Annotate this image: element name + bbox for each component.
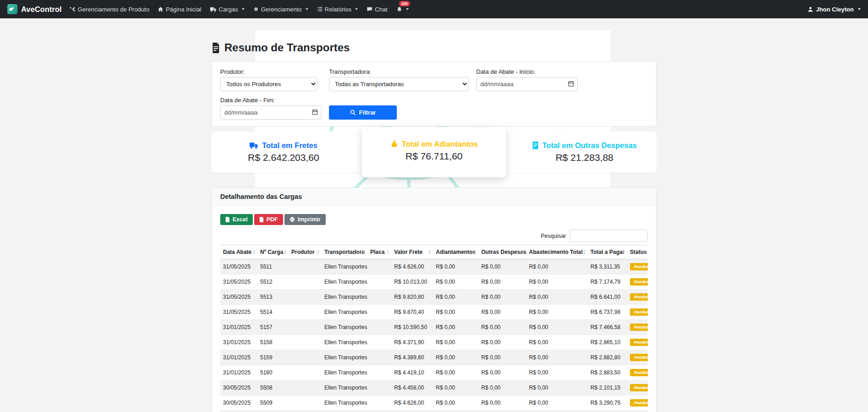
cell-placa — [367, 320, 391, 335]
printer-icon — [289, 217, 295, 222]
cell-abastecimento-total: R$ 0,00 — [526, 396, 588, 411]
cell-adiantamentos: R$ 0,00 — [433, 411, 479, 412]
summary-value: R$ 21.283,88 — [512, 152, 657, 163]
cell-abastecimento-total: R$ 0,00 — [526, 290, 588, 305]
data-inicio-input[interactable] — [476, 77, 578, 91]
user-menu[interactable]: Jhon Cleyton — [807, 6, 861, 13]
details-panel: Detalhamento das Cargas Excel PDF Imprim… — [211, 187, 657, 412]
cell-valor-frete: R$ 9.820,80 — [391, 290, 433, 305]
cell-n-carga: 5514 — [257, 305, 289, 320]
column-header[interactable]: Produtor▲▼ — [289, 245, 322, 259]
cell-n-carga: 5512 — [257, 275, 289, 290]
summary-card-adiantamentos: Total em Adiantantos R$ 76.711,60 — [362, 127, 506, 177]
cell-adiantamentos: R$ 0,00 — [433, 365, 479, 380]
cell-adiantamentos: R$ 0,00 — [433, 305, 479, 320]
column-header[interactable]: Status▲▼ — [627, 245, 648, 259]
nav-label: Gerenciamento de Produto — [78, 6, 149, 13]
status-badge: Pendente — [630, 324, 648, 331]
nav-cargas[interactable]: Cargas — [210, 0, 245, 18]
cell-total-a-pagar: R$ 7.174,79 — [588, 275, 627, 290]
receipt-icon — [532, 142, 539, 150]
table-body: 31/05/2025 5511 Ellen Transportes R$ 4.6… — [220, 259, 648, 412]
tools-icon — [70, 6, 75, 12]
cell-status: Pendente — [627, 335, 648, 350]
cell-produtor — [289, 411, 322, 412]
truck-icon — [210, 7, 217, 12]
cell-placa — [367, 396, 391, 411]
section-title: Detalhamento das Cargas — [212, 188, 656, 206]
chat-icon — [367, 6, 373, 12]
imprimir-button[interactable]: Imprimir — [284, 214, 326, 225]
cell-placa — [367, 350, 391, 365]
cell-n-carga: 5157 — [257, 320, 289, 335]
column-header[interactable]: Valor Frete▲▼ — [391, 245, 433, 259]
status-badge: Pendente — [630, 308, 648, 316]
truck-icon — [250, 142, 258, 149]
sort-icon: ▲▼ — [583, 249, 586, 255]
transportadora-select[interactable]: Todas as Transportadoras — [329, 77, 469, 91]
column-header[interactable]: Data Abate▲▼ — [220, 245, 257, 259]
sort-icon: ▲▼ — [252, 249, 256, 255]
cell-total-a-pagar: R$ 7.466,58 — [588, 320, 627, 335]
cell-valor-frete: R$ 4.626,00 — [391, 396, 433, 411]
nav-notifications[interactable]: 205 — [396, 0, 409, 18]
cell-abastecimento-total: R$ 0,00 — [526, 380, 588, 396]
sort-icon: ▲▼ — [362, 249, 366, 255]
data-fim-input[interactable] — [220, 105, 322, 120]
table-row: 31/01/2025 5158 Ellen Transportes R$ 4.3… — [220, 335, 648, 350]
chevron-down-icon — [858, 8, 861, 10]
filtrar-label: Filtrar — [359, 109, 376, 116]
user-name: Jhon Cleyton — [816, 6, 854, 13]
page-title-text: Resumo de Transportes — [224, 41, 350, 54]
table-row: 31/05/2025 5513 Ellen Transportes R$ 9.8… — [220, 290, 648, 305]
filtrar-button[interactable]: Filtrar — [329, 105, 397, 120]
cell-abastecimento-total: R$ 0,00 — [526, 320, 588, 335]
status-badge: Pendente — [630, 369, 648, 376]
cell-total-a-pagar: R$ 6.641,00 — [588, 290, 627, 305]
sort-icon: ▲▼ — [317, 249, 320, 255]
cell-total-a-pagar: R$ 2.101,15 — [588, 380, 627, 396]
summary-card-outras-despesas: Total em Outras Despesas R$ 21.283,88 — [512, 132, 657, 173]
cell-abastecimento-total: R$ 0,00 — [526, 259, 588, 275]
cell-outras-despesas: R$ 0,00 — [479, 380, 526, 396]
data-inicio-label: Data de Abate - Início: — [476, 68, 578, 75]
imprimir-label: Imprimir — [298, 216, 321, 223]
cell-outras-despesas: R$ 0,00 — [479, 396, 526, 411]
column-header[interactable]: Adiantamentos▲▼ — [433, 245, 479, 259]
cell-data-abate: 30/05/2025 — [220, 411, 257, 412]
status-badge: Pendente — [630, 339, 648, 346]
table-row: 31/01/2025 5159 Ellen Transportes R$ 4.3… — [220, 350, 648, 365]
sort-icon: ▲▼ — [643, 249, 646, 255]
nav-label: Gerenciamento — [261, 6, 302, 13]
nav-relatorios[interactable]: Relatórios — [317, 0, 358, 18]
cell-valor-frete: R$ 9.870,40 — [391, 305, 433, 320]
produtor-label: Produtor: — [220, 68, 322, 75]
nav-gerenciamento-de-produto[interactable]: Gerenciamento de Produto — [70, 0, 149, 18]
brand[interactable]: AveControl — [7, 4, 61, 14]
cell-valor-frete: R$ 4.458,00 — [391, 380, 433, 396]
search-input[interactable] — [570, 230, 648, 242]
produtor-select[interactable]: Todos os Produtores — [220, 77, 317, 91]
export-buttons: Excel PDF Imprimir — [220, 214, 648, 225]
cell-status: Pendente — [627, 411, 648, 412]
table-row: 31/05/2025 5514 Ellen Transportes R$ 9.8… — [220, 305, 648, 320]
column-header[interactable]: Abastecimento Total▲▼ — [526, 245, 588, 259]
cell-valor-frete: R$ 4.419,10 — [391, 365, 433, 380]
cell-outras-despesas: R$ 0,00 — [479, 259, 526, 275]
nav-pagina-inicial[interactable]: Página Inicial — [158, 0, 201, 18]
column-header[interactable]: Nº Carga▲▼ — [257, 245, 289, 259]
column-header[interactable]: Total a Pagar▲▼ — [588, 245, 627, 259]
column-header[interactable]: Transportadora▲▼ — [322, 245, 367, 259]
excel-label: Excel — [233, 216, 248, 223]
nav-gerenciamento[interactable]: Gerenciamento — [253, 0, 308, 18]
cell-valor-frete: R$ 4.626,00 — [391, 259, 433, 275]
cell-abastecimento-total: R$ 0,00 — [526, 411, 588, 412]
excel-button[interactable]: Excel — [220, 214, 253, 225]
cell-outras-despesas: R$ 0,00 — [479, 411, 526, 412]
table-row: 31/05/2025 5511 Ellen Transportes R$ 4.6… — [220, 259, 648, 275]
pdf-button[interactable]: PDF — [254, 214, 283, 225]
nav-chat[interactable]: Chat — [367, 0, 387, 18]
column-header[interactable]: Outras Despesas▲▼ — [479, 245, 526, 259]
search-label: Pesquisar — [540, 233, 566, 239]
column-header[interactable]: Placa▲▼ — [367, 245, 391, 259]
